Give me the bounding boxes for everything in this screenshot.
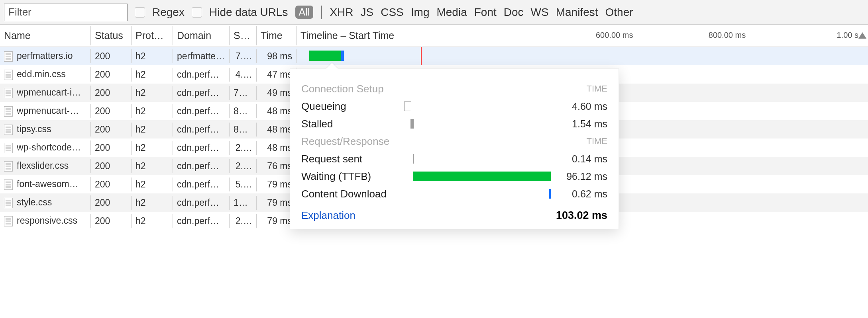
event-marker [421,47,422,65]
col-status[interactable]: Status [91,26,132,45]
toolbar-divider [321,6,322,19]
cell-proto: h2 [132,68,173,82]
regex-checkbox[interactable] [135,7,145,18]
col-name[interactable]: Name [0,26,91,45]
cell-domain: cdn.perf… [173,123,230,137]
cell-domain: cdn.perf… [173,214,230,228]
timing-sent-value: 0.14 ms [556,153,607,165]
cell-domain: cdn.perf… [173,141,230,155]
cell-size: 88… [230,123,257,137]
timing-wait-bar [404,170,551,182]
cell-proto: h2 [132,141,173,155]
timing-wait-value: 96.12 ms [556,171,607,182]
cell-status: 200 [91,68,132,82]
filter-type-img[interactable]: Img [411,6,430,19]
waterfall-download-bar [341,51,344,61]
col-time[interactable]: Time [257,26,297,45]
filter-type-font[interactable]: Font [474,6,497,19]
timing-explanation-link[interactable]: Explanation [301,209,355,222]
filter-type-css[interactable]: CSS [381,6,404,19]
cell-name: font-awesom… [0,177,91,191]
file-icon [4,198,13,208]
cell-proto: h2 [132,49,173,63]
sort-asc-icon[interactable] [858,32,866,39]
filter-type-all[interactable]: All [295,6,314,19]
cell-name-text: tipsy.css [17,124,51,134]
col-size[interactable]: Size [230,26,257,45]
timeline-axis: 600.00 ms 800.00 ms 1.00 s [297,30,860,41]
filter-type-xhr[interactable]: XHR [330,6,353,19]
cell-status: 200 [91,214,132,228]
timing-wait-label: Waiting (TTFB) [301,170,399,183]
cell-size: 7.… [230,49,257,63]
cell-proto: h2 [132,178,173,191]
cell-proto: h2 [132,104,173,118]
filter-type-doc[interactable]: Doc [504,6,524,19]
file-icon [4,216,13,226]
cell-size: 2.… [230,214,257,228]
col-timeline[interactable]: Timeline – Start Time 600.00 ms 800.00 m… [297,30,868,41]
cell-time: 98 ms [257,49,297,63]
cell-status: 200 [91,141,132,155]
cell-name: perfmatters.io [0,49,91,63]
filter-type-ws[interactable]: WS [531,6,549,19]
timing-popup: Connection Setup TIME Queueing 4.60 ms S… [290,68,619,229]
cell-size: 89… [230,104,257,118]
file-icon [4,161,13,172]
cell-domain: cdn.perf… [173,159,230,173]
timing-total: 103.02 ms [556,209,607,222]
table-row[interactable]: perfmatters.io200h2perfmatte…7.…98 ms [0,47,868,65]
cell-name-text: responsive.css [17,215,77,226]
timing-stalled-label: Stalled [301,118,399,130]
file-icon [4,179,13,190]
cell-domain: perfmatte… [173,49,230,63]
timing-download-value: 0.62 ms [556,188,607,200]
file-icon [4,88,13,98]
hide-data-urls-checkbox[interactable] [192,7,202,18]
cell-name-text: font-awesom… [17,179,79,189]
filter-type-js[interactable]: JS [361,6,374,19]
filter-type-manifest[interactable]: Manifest [556,6,598,19]
timing-time-header: TIME [586,84,607,94]
cell-domain: cdn.perf… [173,104,230,118]
col-domain[interactable]: Domain [173,26,230,45]
cell-name-text: style.css [17,197,52,207]
cell-name: wpmenucart-i… [0,86,91,100]
cell-name-text: wpmenucart-i… [17,87,81,98]
timing-time-header2: TIME [586,136,607,146]
cell-proto: h2 [132,214,173,228]
timing-sent-bar [404,153,551,165]
cell-name: style.css [0,195,91,210]
cell-status: 200 [91,159,132,173]
cell-name-text: wpmenucart-… [17,105,79,116]
filter-type-other[interactable]: Other [605,6,633,19]
hide-data-urls-label: Hide data URLs [209,6,288,19]
regex-label: Regex [152,6,185,19]
cell-name: flexslider.css [0,159,91,173]
timing-queueing-bar [404,100,551,112]
timing-section-conn: Connection Setup [301,83,399,95]
timing-stalled-value: 1.54 ms [556,118,607,130]
file-icon [4,51,13,62]
file-icon [4,143,13,153]
timing-download-label: Content Download [301,188,399,200]
cell-size: 2.… [230,141,257,155]
cell-size: 4.… [230,68,257,82]
filter-input[interactable] [4,4,128,21]
filter-type-media[interactable]: Media [436,6,467,19]
cell-status: 200 [91,104,132,118]
timing-queueing-label: Queueing [301,100,399,113]
file-icon [4,125,13,135]
timing-queueing-value: 4.60 ms [556,101,607,112]
table-headers: Name Status Proto… Domain Size Time Time… [0,25,868,47]
cell-status: 200 [91,86,132,100]
cell-status: 200 [91,196,132,210]
cell-status: 200 [91,178,132,191]
file-icon [4,70,13,80]
timing-stalled-bar [404,118,551,130]
cell-proto: h2 [132,123,173,137]
cell-size: 76… [230,86,257,100]
timing-section-req: Request/Response [301,135,399,148]
cell-proto: h2 [132,196,173,210]
col-proto[interactable]: Proto… [132,26,173,45]
